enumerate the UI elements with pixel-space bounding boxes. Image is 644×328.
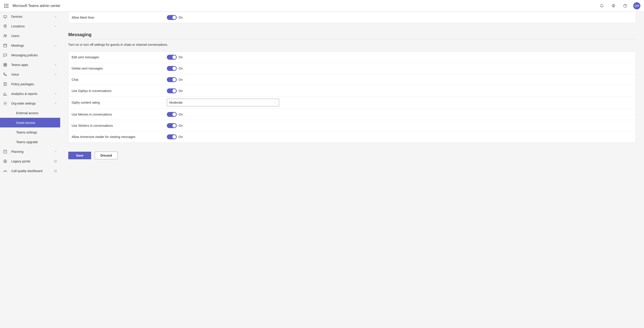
- sidebar-item-planning[interactable]: Planning: [0, 147, 60, 156]
- sidebar-item-label: Org-wide settings: [11, 102, 54, 105]
- svg-rect-7: [4, 63, 5, 65]
- save-button[interactable]: Save: [68, 152, 91, 159]
- sidebar-item-label: Legacy portal: [11, 160, 52, 163]
- svg-rect-13: [4, 150, 6, 153]
- giphy-content-rating-dropdown[interactable]: Moderate: [167, 99, 279, 106]
- setting-row: Chat On: [68, 74, 636, 85]
- sidebar-item-analytics-reports[interactable]: Analytics & reports: [0, 89, 60, 98]
- toggle-state: On: [178, 55, 183, 59]
- toggle-knob: [172, 78, 176, 81]
- svg-point-4: [4, 34, 6, 36]
- sidebar-item-label: Analytics & reports: [11, 92, 54, 96]
- setting-label: Edit sent messages: [72, 55, 167, 59]
- immersive-reader-toggle[interactable]: [167, 134, 177, 139]
- messaging-section-description: Turn on or turn off settings for guests …: [68, 43, 636, 46]
- app-header: Microsoft Teams admin center QM: [0, 0, 644, 12]
- sidebar-item-locations[interactable]: Locations: [0, 21, 60, 31]
- use-memes-toggle[interactable]: [167, 112, 177, 117]
- toggle-state: On: [178, 113, 183, 116]
- sidebar-item-call-quality-dashboard[interactable]: Call quality dashboard: [0, 166, 60, 176]
- sidebar-item-policy-packages[interactable]: Policy packages: [0, 79, 60, 89]
- setting-label: Use Stickers in conversations: [72, 124, 167, 127]
- user-avatar[interactable]: QM: [633, 2, 640, 9]
- sidebar-item-label: Voice: [11, 73, 54, 76]
- sidebar-subitem-external-access[interactable]: External access: [0, 108, 60, 118]
- location-icon: [3, 24, 8, 29]
- setting-row: Use Memes in conversations On: [68, 109, 636, 120]
- sidebar-item-label: Planning: [11, 150, 54, 153]
- sidebar: Devices Locations Users Meetings: [0, 12, 60, 328]
- messaging-section-title: Messaging: [68, 32, 636, 39]
- waffle-icon: [4, 4, 8, 8]
- sidebar-item-org-wide-settings[interactable]: Org-wide settings: [0, 98, 60, 108]
- sidebar-item-voice[interactable]: Voice: [0, 69, 60, 79]
- sidebar-item-messaging-policies[interactable]: Messaging policies: [0, 50, 60, 60]
- allow-meet-now-toggle[interactable]: [167, 15, 177, 20]
- sidebar-item-meetings[interactable]: Meetings: [0, 41, 60, 50]
- app-launcher-button[interactable]: [2, 1, 11, 10]
- setting-row: Allow immersive reader for viewing messa…: [68, 131, 636, 142]
- setting-row: Use Giphys in conversations On: [68, 85, 636, 96]
- svg-rect-9: [4, 65, 5, 66]
- help-button[interactable]: [620, 0, 630, 11]
- chevron-down-icon: [54, 92, 57, 95]
- svg-point-12: [5, 103, 6, 104]
- devices-icon: [3, 14, 8, 19]
- sidebar-item-label: Policy packages: [11, 82, 57, 86]
- toggle-knob: [172, 16, 176, 19]
- delete-sent-messages-toggle[interactable]: [167, 66, 177, 71]
- sidebar-subitem-teams-upgrade[interactable]: Teams upgrade: [0, 137, 60, 147]
- toggle-knob: [172, 113, 176, 116]
- sidebar-item-teams-apps[interactable]: Teams apps: [0, 60, 60, 69]
- meetings-icon: [3, 43, 8, 48]
- notifications-button[interactable]: [596, 0, 607, 11]
- setting-label: Use Giphys in conversations: [72, 89, 167, 93]
- package-icon: [3, 82, 8, 87]
- chevron-down-icon: [54, 150, 57, 153]
- sidebar-subitem-guest-access[interactable]: Guest access: [0, 118, 60, 127]
- edit-sent-messages-toggle[interactable]: [167, 55, 177, 60]
- setting-row: Edit sent messages On: [68, 52, 636, 63]
- svg-rect-6: [4, 44, 6, 47]
- svg-point-3: [5, 25, 6, 26]
- toggle-knob: [172, 67, 176, 70]
- sidebar-item-label: Users: [11, 34, 57, 38]
- dashboard-icon: [3, 168, 8, 173]
- toggle-knob: [172, 55, 176, 59]
- users-icon: [3, 33, 8, 38]
- phone-icon: [3, 72, 8, 77]
- setting-row: Delete sent messages On: [68, 63, 636, 74]
- sidebar-item-label: Devices: [11, 15, 54, 18]
- chat-toggle[interactable]: [167, 77, 177, 82]
- toggle-state: On: [178, 78, 183, 81]
- use-giphys-toggle[interactable]: [167, 88, 177, 93]
- svg-point-5: [6, 35, 6, 36]
- setting-row: Use Stickers in conversations On: [68, 120, 636, 131]
- calling-card: Allow Meet Now On: [68, 12, 636, 23]
- analytics-icon: [3, 91, 8, 96]
- sidebar-item-users[interactable]: Users: [0, 31, 60, 41]
- toggle-knob: [172, 89, 176, 93]
- chevron-down-icon: [54, 44, 57, 47]
- sidebar-subitem-label: Guest access: [16, 121, 35, 124]
- sidebar-item-label: Messaging policies: [11, 53, 57, 57]
- chevron-down-icon: [54, 63, 57, 66]
- toggle-state: On: [178, 16, 183, 19]
- chevron-down-icon: [54, 73, 57, 76]
- sidebar-subitem-teams-settings[interactable]: Teams settings: [0, 127, 60, 137]
- planning-icon: [3, 149, 8, 154]
- sidebar-item-devices[interactable]: Devices: [0, 12, 60, 21]
- chevron-down-icon: [274, 101, 277, 104]
- settings-button[interactable]: [608, 0, 619, 11]
- discard-button[interactable]: Discard: [95, 152, 118, 159]
- toggle-knob: [172, 124, 176, 127]
- svg-point-0: [613, 5, 614, 6]
- use-stickers-toggle[interactable]: [167, 123, 177, 128]
- sidebar-subitem-label: Teams upgrade: [16, 140, 38, 144]
- sidebar-subitem-label: Teams settings: [16, 131, 37, 134]
- sidebar-item-label: Call quality dashboard: [11, 169, 52, 173]
- sidebar-item-label: Locations: [11, 24, 54, 28]
- sidebar-item-legacy-portal[interactable]: Legacy portal: [0, 156, 60, 166]
- setting-label: Allow Meet Now: [72, 16, 167, 19]
- setting-label: Giphy content rating: [72, 101, 167, 104]
